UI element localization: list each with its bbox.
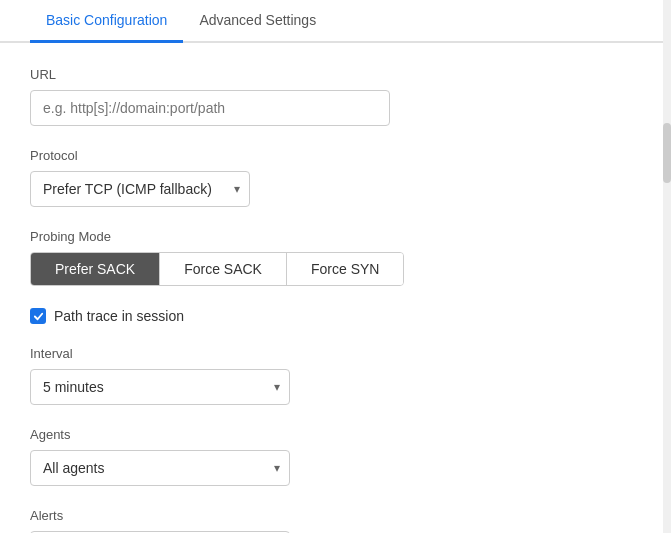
interval-select[interactable]: 1 minute 2 minutes 5 minutes 10 minutes … [30,369,290,405]
scrollbar-thumb[interactable] [663,123,671,183]
agents-select[interactable]: All agents Custom [30,450,290,486]
url-input[interactable] [30,90,390,126]
interval-group: Interval 1 minute 2 minutes 5 minutes 10… [30,346,641,405]
alerts-group: Alerts 0 of 0 alert rules selected ▾ Edi… [30,508,641,533]
alerts-label: Alerts [30,508,641,523]
protocol-label: Protocol [30,148,641,163]
form-content: URL Protocol Prefer TCP (ICMP fallback) … [0,43,671,533]
probing-mode-label: Probing Mode [30,229,641,244]
tab-advanced[interactable]: Advanced Settings [183,0,332,43]
probing-mode-buttons: Prefer SACK Force SACK Force SYN [30,252,404,286]
agents-label: Agents [30,427,641,442]
probe-force-sack-button[interactable]: Force SACK [160,253,287,285]
path-trace-label: Path trace in session [54,308,184,324]
interval-label: Interval [30,346,641,361]
tab-basic[interactable]: Basic Configuration [30,0,183,43]
protocol-select-wrapper: Prefer TCP (ICMP fallback) ICMP only TCP… [30,171,250,207]
scrollbar-track [663,0,671,533]
probing-mode-group: Probing Mode Prefer SACK Force SACK Forc… [30,229,641,286]
protocol-select[interactable]: Prefer TCP (ICMP fallback) ICMP only TCP… [30,171,250,207]
main-container: Basic Configuration Advanced Settings UR… [0,0,671,533]
path-trace-checkbox[interactable] [30,308,46,324]
interval-select-wrapper: 1 minute 2 minutes 5 minutes 10 minutes … [30,369,290,405]
probe-force-syn-button[interactable]: Force SYN [287,253,403,285]
agents-group: Agents All agents Custom ▾ [30,427,641,486]
tab-bar: Basic Configuration Advanced Settings [0,0,671,43]
protocol-group: Protocol Prefer TCP (ICMP fallback) ICMP… [30,148,641,207]
probe-prefer-sack-button[interactable]: Prefer SACK [31,253,160,285]
url-group: URL [30,67,641,126]
url-label: URL [30,67,641,82]
path-trace-row: Path trace in session [30,308,641,324]
agents-select-wrapper: All agents Custom ▾ [30,450,290,486]
